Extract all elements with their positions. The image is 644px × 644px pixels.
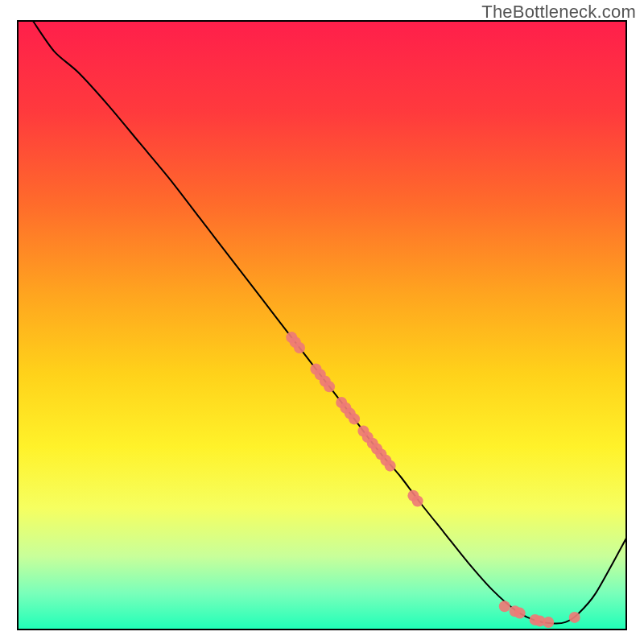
data-marker: [385, 460, 396, 472]
watermark-text: TheBottleneck.com: [481, 2, 636, 23]
data-marker: [294, 342, 305, 353]
chart-container: TheBottleneck.com: [0, 0, 644, 644]
data-marker: [514, 608, 526, 619]
data-marker: [349, 413, 360, 424]
gradient-background: [18, 21, 626, 630]
plot-area: [18, 21, 626, 630]
data-marker: [543, 617, 554, 628]
bottleneck-chart: [0, 0, 644, 644]
data-marker: [324, 381, 335, 392]
data-marker: [412, 495, 423, 506]
data-marker: [569, 612, 580, 623]
data-marker: [499, 601, 510, 612]
